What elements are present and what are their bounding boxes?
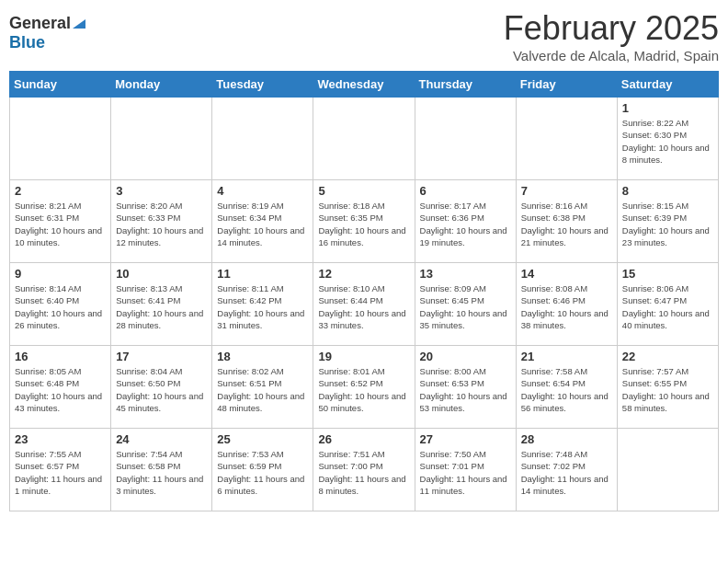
day-info: Sunrise: 7:50 AM Sunset: 7:01 PM Dayligh…: [420, 448, 511, 497]
day-number: 1: [622, 101, 713, 115]
day-cell: [313, 98, 415, 180]
weekday-header-row: SundayMondayTuesdayWednesdayThursdayFrid…: [10, 72, 719, 98]
day-cell: 28Sunrise: 7:48 AM Sunset: 7:02 PM Dayli…: [516, 429, 617, 511]
day-cell: 27Sunrise: 7:50 AM Sunset: 7:01 PM Dayli…: [415, 429, 516, 511]
day-number: 8: [622, 184, 713, 198]
day-number: 25: [217, 432, 308, 446]
day-cell: 10Sunrise: 8:13 AM Sunset: 6:41 PM Dayli…: [111, 263, 212, 346]
day-info: Sunrise: 7:51 AM Sunset: 7:00 PM Dayligh…: [318, 448, 409, 497]
day-cell: [111, 98, 212, 180]
day-number: 6: [420, 184, 511, 198]
day-info: Sunrise: 8:20 AM Sunset: 6:33 PM Dayligh…: [116, 200, 207, 248]
day-cell: 19Sunrise: 8:01 AM Sunset: 6:52 PM Dayli…: [313, 346, 415, 429]
day-info: Sunrise: 8:17 AM Sunset: 6:36 PM Dayligh…: [420, 200, 511, 248]
day-number: 9: [15, 267, 106, 281]
day-info: Sunrise: 7:53 AM Sunset: 6:59 PM Dayligh…: [217, 448, 308, 497]
day-info: Sunrise: 8:00 AM Sunset: 6:53 PM Dayligh…: [420, 365, 511, 414]
week-row-2: 2Sunrise: 8:21 AM Sunset: 6:31 PM Daylig…: [10, 180, 719, 263]
week-row-5: 23Sunrise: 7:55 AM Sunset: 6:57 PM Dayli…: [10, 429, 719, 511]
day-info: Sunrise: 8:02 AM Sunset: 6:51 PM Dayligh…: [217, 365, 308, 414]
title-area: February 2025 Valverde de Alcala, Madrid…: [504, 9, 719, 63]
day-info: Sunrise: 8:22 AM Sunset: 6:30 PM Dayligh…: [622, 117, 713, 166]
day-info: Sunrise: 8:06 AM Sunset: 6:47 PM Dayligh…: [622, 282, 713, 331]
day-number: 26: [318, 432, 409, 446]
day-info: Sunrise: 8:21 AM Sunset: 6:31 PM Dayligh…: [15, 200, 106, 248]
logo-general-text: General: [9, 14, 71, 33]
day-info: Sunrise: 7:48 AM Sunset: 7:02 PM Dayligh…: [521, 448, 612, 497]
weekday-header-wednesday: Wednesday: [313, 72, 415, 98]
week-row-4: 16Sunrise: 8:05 AM Sunset: 6:48 PM Dayli…: [10, 346, 719, 429]
day-number: 2: [15, 184, 106, 198]
day-cell: [212, 98, 313, 180]
day-cell: 3Sunrise: 8:20 AM Sunset: 6:33 PM Daylig…: [111, 180, 212, 263]
day-cell: 17Sunrise: 8:04 AM Sunset: 6:50 PM Dayli…: [111, 346, 212, 429]
logo: General Blue: [9, 9, 85, 52]
day-cell: 13Sunrise: 8:09 AM Sunset: 6:45 PM Dayli…: [415, 263, 516, 346]
day-cell: 20Sunrise: 8:00 AM Sunset: 6:53 PM Dayli…: [415, 346, 516, 429]
month-title: February 2025: [504, 9, 719, 48]
day-cell: 15Sunrise: 8:06 AM Sunset: 6:47 PM Dayli…: [617, 263, 718, 346]
day-cell: 6Sunrise: 8:17 AM Sunset: 6:36 PM Daylig…: [415, 180, 516, 263]
day-cell: 5Sunrise: 8:18 AM Sunset: 6:35 PM Daylig…: [313, 180, 415, 263]
day-cell: 11Sunrise: 8:11 AM Sunset: 6:42 PM Dayli…: [212, 263, 313, 346]
svg-marker-0: [73, 19, 85, 29]
calendar-table: SundayMondayTuesdayWednesdayThursdayFrid…: [9, 71, 719, 511]
day-number: 15: [622, 267, 713, 281]
day-info: Sunrise: 8:14 AM Sunset: 6:40 PM Dayligh…: [15, 282, 106, 331]
day-number: 4: [217, 184, 308, 198]
day-info: Sunrise: 8:11 AM Sunset: 6:42 PM Dayligh…: [217, 282, 308, 331]
day-cell: 7Sunrise: 8:16 AM Sunset: 6:38 PM Daylig…: [516, 180, 617, 263]
day-cell: 12Sunrise: 8:10 AM Sunset: 6:44 PM Dayli…: [313, 263, 415, 346]
day-number: 23: [15, 432, 106, 446]
day-info: Sunrise: 7:54 AM Sunset: 6:58 PM Dayligh…: [116, 448, 207, 497]
day-cell: 18Sunrise: 8:02 AM Sunset: 6:51 PM Dayli…: [212, 346, 313, 429]
day-cell: 14Sunrise: 8:08 AM Sunset: 6:46 PM Dayli…: [516, 263, 617, 346]
day-cell: [516, 98, 617, 180]
day-number: 18: [217, 350, 308, 363]
day-cell: [415, 98, 516, 180]
day-cell: 26Sunrise: 7:51 AM Sunset: 7:00 PM Dayli…: [313, 429, 415, 511]
day-info: Sunrise: 8:16 AM Sunset: 6:38 PM Dayligh…: [521, 200, 612, 248]
day-number: 7: [521, 184, 612, 198]
day-info: Sunrise: 7:55 AM Sunset: 6:57 PM Dayligh…: [15, 448, 106, 497]
weekday-header-tuesday: Tuesday: [212, 72, 313, 98]
day-cell: 22Sunrise: 7:57 AM Sunset: 6:55 PM Dayli…: [617, 346, 718, 429]
day-info: Sunrise: 8:10 AM Sunset: 6:44 PM Dayligh…: [318, 282, 409, 331]
day-info: Sunrise: 8:01 AM Sunset: 6:52 PM Dayligh…: [318, 365, 409, 414]
day-number: 17: [116, 350, 207, 363]
logo-icon: [73, 17, 85, 30]
day-cell: 9Sunrise: 8:14 AM Sunset: 6:40 PM Daylig…: [10, 263, 111, 346]
weekday-header-saturday: Saturday: [617, 72, 718, 98]
day-number: 5: [318, 184, 409, 198]
location-subtitle: Valverde de Alcala, Madrid, Spain: [504, 48, 719, 63]
day-number: 21: [521, 350, 612, 363]
weekday-header-sunday: Sunday: [10, 72, 111, 98]
day-number: 11: [217, 267, 308, 281]
weekday-header-friday: Friday: [516, 72, 617, 98]
header: General Blue February 2025 Valverde de A…: [9, 9, 719, 63]
day-number: 14: [521, 267, 612, 281]
day-number: 20: [420, 350, 511, 363]
day-info: Sunrise: 8:19 AM Sunset: 6:34 PM Dayligh…: [217, 200, 308, 248]
day-info: Sunrise: 8:15 AM Sunset: 6:39 PM Dayligh…: [622, 200, 713, 248]
day-cell: 16Sunrise: 8:05 AM Sunset: 6:48 PM Dayli…: [10, 346, 111, 429]
day-info: Sunrise: 8:08 AM Sunset: 6:46 PM Dayligh…: [521, 282, 612, 331]
day-number: 24: [116, 432, 207, 446]
day-cell: [617, 429, 718, 511]
logo-blue-text: Blue: [9, 33, 45, 52]
day-cell: 25Sunrise: 7:53 AM Sunset: 6:59 PM Dayli…: [212, 429, 313, 511]
weekday-header-thursday: Thursday: [415, 72, 516, 98]
day-cell: 2Sunrise: 8:21 AM Sunset: 6:31 PM Daylig…: [10, 180, 111, 263]
day-info: Sunrise: 8:04 AM Sunset: 6:50 PM Dayligh…: [116, 365, 207, 414]
day-cell: 23Sunrise: 7:55 AM Sunset: 6:57 PM Dayli…: [10, 429, 111, 511]
day-number: 10: [116, 267, 207, 281]
week-row-3: 9Sunrise: 8:14 AM Sunset: 6:40 PM Daylig…: [10, 263, 719, 346]
day-cell: 21Sunrise: 7:58 AM Sunset: 6:54 PM Dayli…: [516, 346, 617, 429]
day-cell: 1Sunrise: 8:22 AM Sunset: 6:30 PM Daylig…: [617, 98, 718, 180]
week-row-1: 1Sunrise: 8:22 AM Sunset: 6:30 PM Daylig…: [10, 98, 719, 180]
day-cell: 24Sunrise: 7:54 AM Sunset: 6:58 PM Dayli…: [111, 429, 212, 511]
day-number: 19: [318, 350, 409, 363]
day-info: Sunrise: 8:05 AM Sunset: 6:48 PM Dayligh…: [15, 365, 106, 414]
day-info: Sunrise: 7:57 AM Sunset: 6:55 PM Dayligh…: [622, 365, 713, 414]
day-number: 28: [521, 432, 612, 446]
